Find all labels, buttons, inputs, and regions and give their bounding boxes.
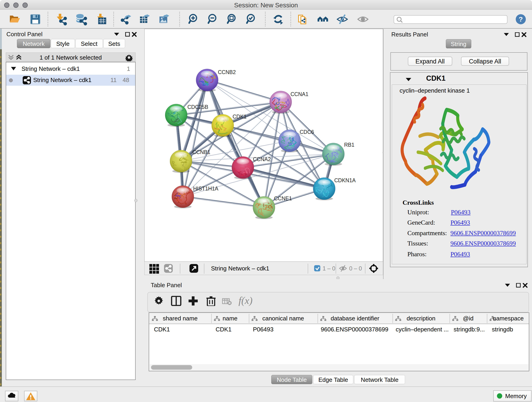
svg-text:CCNB1: CCNB1 <box>192 149 210 155</box>
svg-text:CCNE1: CCNE1 <box>274 196 292 201</box>
svg-text:CDK1: CDK1 <box>233 114 247 120</box>
svg-text:CDC6: CDC6 <box>300 129 314 135</box>
svg-text:CDC25B: CDC25B <box>187 104 208 110</box>
svg-text:CCNA1: CCNA1 <box>291 91 308 97</box>
svg-text:RB1: RB1 <box>344 142 355 148</box>
svg-text:CCNA2: CCNA2 <box>253 156 271 162</box>
svg-text:HIST1H1A: HIST1H1A <box>193 186 219 191</box>
svg-text:CCNB2: CCNB2 <box>218 69 236 75</box>
svg-text:CDKN1A: CDKN1A <box>334 177 356 183</box>
